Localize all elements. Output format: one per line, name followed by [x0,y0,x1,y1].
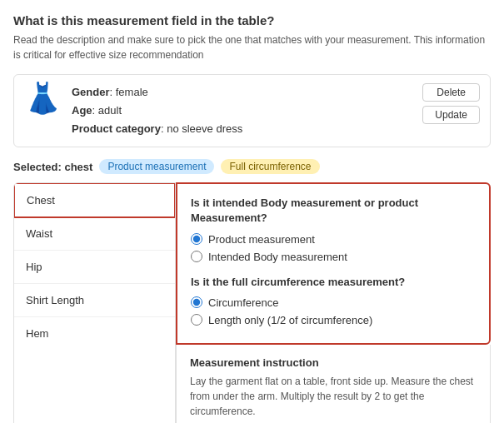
sidebar-item-hem[interactable]: Hem [14,317,175,350]
question-1-title: Is it intended Body measurement or produ… [191,196,476,226]
page-description: Read the description and make sure to pi… [13,32,491,62]
sidebar: Chest Waist Hip Shirt Length Hem [13,182,176,423]
main-layout: Chest Waist Hip Shirt Length Hem Is it i… [13,182,491,423]
radio-length-only-input[interactable] [191,314,202,326]
radio-length-only-label: Length only (1/2 of circumference) [208,314,372,326]
radio-intended-body-label: Intended Body measurement [208,251,347,263]
sidebar-item-waist[interactable]: Waist [14,217,175,251]
radio-intended-body-input[interactable] [191,251,202,262]
product-age: Age: adult [72,102,412,120]
product-actions: Delete Update [422,83,480,124]
radio-circumference[interactable]: Circumference [191,296,476,309]
badge-product-measurement: Product measurement [99,159,214,174]
radio-intended-body[interactable]: Intended Body measurement [191,251,476,263]
dress-icon: 👗 [24,83,62,113]
update-button[interactable]: Update [422,106,480,124]
radio-length-only[interactable]: Length only (1/2 of circumference) [191,314,476,326]
sidebar-item-hip[interactable]: Hip [14,251,175,284]
sidebar-item-chest[interactable]: Chest [13,182,176,218]
instruction-title: Measurement instruction [190,356,477,369]
radio-circumference-label: Circumference [208,296,279,309]
right-panel: Is it intended Body measurement or produ… [176,182,491,423]
radio-circumference-input[interactable] [191,296,202,308]
question-1-section: Is it intended Body measurement or produ… [191,196,476,262]
selected-bar: Selected: chest Product measurement Full… [13,159,491,174]
radio-product-measurement-input[interactable] [191,233,202,245]
questions-box: Is it intended Body measurement or produ… [176,182,491,345]
instruction-text: Lay the garment flat on a table, front s… [190,374,477,419]
product-card: 👗 Gender: female Age: adult Product cate… [13,74,491,147]
question-2-title: Is it the full circumference measurement… [191,275,476,290]
radio-product-measurement-label: Product measurement [208,233,315,246]
delete-button[interactable]: Delete [422,83,480,102]
product-category: Product category: no sleeve dress [72,120,412,138]
badge-full-circumference: Full circumference [221,159,319,174]
product-info: Gender: female Age: adult Product catego… [72,83,412,138]
page-title: What is this measurement field in the ta… [13,13,491,27]
instruction-section: Measurement instruction Lay the garment … [176,345,491,423]
product-gender: Gender: female [72,83,412,102]
selected-label: Selected: chest [13,161,92,173]
sidebar-item-shirt-length[interactable]: Shirt Length [14,284,175,317]
question-2-section: Is it the full circumference measurement… [191,275,476,326]
radio-product-measurement[interactable]: Product measurement [191,233,476,246]
